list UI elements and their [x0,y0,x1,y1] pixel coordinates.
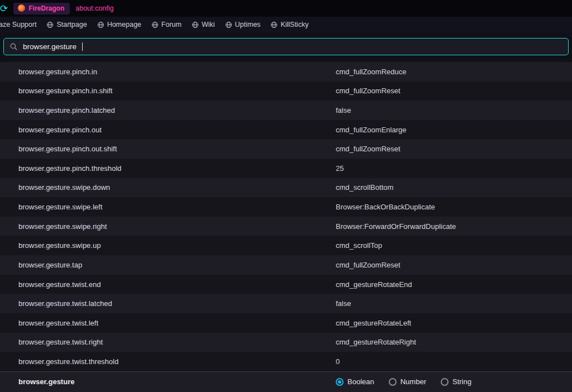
pref-name: browser.gesture.pinch.in.shift [0,87,336,95]
pref-row[interactable]: browser.gesture.pinch.out cmd_fullZoomEn… [0,120,572,140]
pref-name: browser.gesture.tap [0,261,336,269]
radio-label[interactable]: Number [401,377,426,386]
globe-icon [151,21,159,28]
pref-value: Browser:ForwardOrForwardDuplicate [336,222,572,231]
radio-icon[interactable] [336,378,344,386]
pref-name: browser.gesture.twist.right [0,338,336,346]
pref-type-option[interactable]: Boolean [336,377,374,386]
reload-icon[interactable]: ⟳ [0,4,8,13]
pref-value: false [336,299,572,308]
radio-icon[interactable] [389,378,397,386]
bookmark-label: Uptimes [235,21,261,28]
pref-name: browser.gesture.twist.end [0,280,336,289]
pref-value: cmd_fullZoomEnlarge [336,126,572,134]
bookmark-item[interactable]: Wiki [187,21,220,28]
pref-value: false [336,106,572,114]
pref-row[interactable]: browser.gesture.swipe.down cmd_scrollBot… [0,178,572,198]
pref-value: cmd_gestureRotateEnd [336,280,572,289]
pref-row[interactable]: browser.gesture.twist.latched false [0,294,572,313]
pref-value: cmd_gestureRotateRight [336,338,572,346]
pref-value: cmd_fullZoomReset [336,261,572,269]
pref-name: browser.gesture.swipe.right [0,222,336,231]
pref-row[interactable]: browser.gesture.twist.left cmd_gestureRo… [0,313,572,333]
pref-row[interactable]: browser.gesture.tap cmd_fullZoomReset [0,255,572,275]
pref-name: browser.gesture.pinch.out.shift [0,145,336,153]
bookmark-item[interactable]: aze Support [0,21,41,28]
globe-icon [97,21,104,28]
bookmark-label: KillSticky [280,21,308,28]
pref-type-option[interactable]: String [441,377,471,386]
pref-row[interactable]: browser.gesture.swipe.up cmd_scrollTop [0,236,572,255]
pref-name: browser.gesture.pinch.out [0,126,336,134]
url-bar-text[interactable]: about:config [75,4,113,12]
pref-row[interactable]: browser.gesture.twist.threshold 0 [0,352,572,371]
globe-icon [225,21,232,28]
bookmark-label: Forum [161,21,182,28]
pref-value: cmd_scrollTop [336,241,572,250]
bookmark-label: Startpage [56,21,87,28]
search-value: browser.gesture [23,42,77,51]
pref-value: 25 [336,164,572,173]
search-section: browser.gesture [0,32,572,62]
radio-icon[interactable] [441,378,449,386]
bookmark-item[interactable]: Homepage [92,21,146,28]
pref-value: cmd_fullZoomReset [336,87,572,95]
pref-name: browser.gesture.twist.left [0,319,336,327]
pref-row[interactable]: browser.gesture.pinch.in cmd_fullZoomRed… [0,62,572,82]
pref-name: browser.gesture.twist.threshold [0,357,336,366]
pref-value: cmd_fullZoomReduce [336,68,572,76]
radio-label[interactable]: Boolean [347,377,374,386]
search-input[interactable]: browser.gesture [3,38,569,55]
bookmark-item[interactable]: KillSticky [265,21,313,28]
pref-name: browser.gesture.pinch.latched [0,106,336,114]
bookmark-item[interactable]: Forum [146,21,187,28]
add-pref-row: browser.gesture Boolean Number String [0,371,572,392]
pref-name: browser.gesture.pinch.in [0,68,336,76]
pref-value: Browser:BackOrBackDuplicate [336,203,572,211]
globe-icon [270,21,278,28]
new-pref-name: browser.gesture [0,377,336,386]
pref-name: browser.gesture.pinch.threshold [0,164,336,173]
pref-name: browser.gesture.swipe.left [0,203,336,211]
bookmark-label: Wiki [202,21,215,28]
pref-row[interactable]: browser.gesture.swipe.left Browser:BackO… [0,197,572,217]
search-icon [9,42,18,51]
pref-value: cmd_scrollBottom [336,183,572,192]
tab-firedragon[interactable]: FireDragon [13,3,70,15]
pref-value: cmd_gestureRotateLeft [336,319,572,327]
pref-name: browser.gesture.twist.latched [0,299,336,308]
firedragon-icon [18,4,25,12]
bookmark-label: aze Support [0,21,36,28]
pref-value: 0 [336,357,572,366]
pref-table: browser.gesture.pinch.in cmd_fullZoomRed… [0,62,572,371]
globe-icon [46,21,54,28]
bookmark-item[interactable]: Uptimes [220,21,266,28]
tab-title: FireDragon [28,4,64,12]
pref-row[interactable]: browser.gesture.twist.end cmd_gestureRot… [0,275,572,294]
pref-type-radio-group: Boolean Number String [336,377,572,386]
pref-value: cmd_fullZoomReset [336,145,572,153]
pref-row[interactable]: browser.gesture.pinch.out.shift cmd_full… [0,139,572,159]
pref-row[interactable]: browser.gesture.pinch.threshold 25 [0,159,572,178]
radio-label[interactable]: String [452,377,471,386]
pref-type-option[interactable]: Number [389,377,426,386]
tab-strip: ⟳ FireDragon about:config [0,0,572,17]
bookmark-item[interactable]: Startpage [41,21,92,28]
pref-name: browser.gesture.swipe.down [0,183,336,192]
pref-row[interactable]: browser.gesture.swipe.right Browser:Forw… [0,217,572,236]
pref-row[interactable]: browser.gesture.twist.right cmd_gestureR… [0,333,572,352]
pref-row[interactable]: browser.gesture.pinch.latched false [0,101,572,120]
bookmark-label: Homepage [107,21,141,28]
text-caret [82,42,83,51]
pref-name: browser.gesture.swipe.up [0,241,336,250]
globe-icon [192,21,199,28]
bookmarks-bar: aze Support Startpage Homepage [0,17,572,32]
pref-row[interactable]: browser.gesture.pinch.in.shift cmd_fullZ… [0,82,572,101]
